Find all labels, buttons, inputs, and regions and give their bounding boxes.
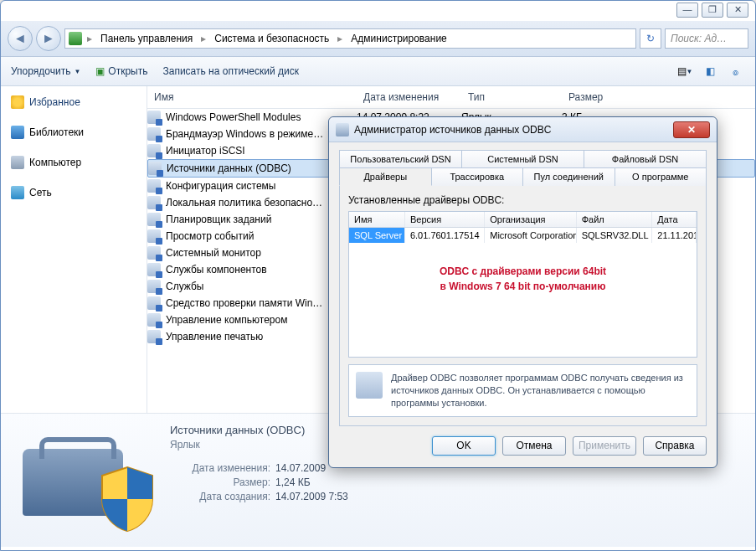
tab-content: Установленные драйверы ODBC: Имя Версия … xyxy=(339,185,707,426)
details-label: Дата создания: xyxy=(170,491,270,502)
shortcut-icon xyxy=(147,263,161,276)
details-label: Размер: xyxy=(170,476,270,488)
navigation-pane: Избранное Библиотеки Компьютер Сеть xyxy=(1,86,147,413)
details-title: Источники данных (ODBC) xyxy=(170,424,348,436)
address-bar: ◄ ► ▸ Панель управления ▸ Система и безо… xyxy=(1,21,755,57)
shortcut-icon xyxy=(147,229,161,243)
maximize-button[interactable]: ❐ xyxy=(702,3,723,18)
shortcut-icon xyxy=(147,111,161,124)
shortcut-icon xyxy=(147,313,161,327)
toolbar: Упорядочить▼ ▣Открыть Записать на оптиче… xyxy=(1,57,755,86)
nav-favorites[interactable]: Избранное xyxy=(4,93,143,111)
chevron-right-icon: ▸ xyxy=(84,33,95,44)
tab-about[interactable]: О программе xyxy=(615,167,707,186)
col-size[interactable]: Размер xyxy=(562,90,629,105)
chevron-right-icon: ▸ xyxy=(334,33,346,44)
shortcut-icon xyxy=(147,280,161,293)
drv-col-file[interactable]: Файл xyxy=(577,212,653,227)
preview-pane-button[interactable]: ◧ xyxy=(700,62,720,80)
file-name: Службы компонентов xyxy=(166,264,267,276)
breadcrumb-item[interactable]: Администрирование xyxy=(347,33,450,44)
file-name: Брандмауэр Windows в режиме… xyxy=(166,128,323,140)
ok-button[interactable]: OK xyxy=(432,436,496,456)
info-icon xyxy=(356,372,383,399)
details-type: Ярлык xyxy=(170,439,348,451)
chevron-down-icon: ▼ xyxy=(74,68,80,75)
drv-col-name[interactable]: Имя xyxy=(349,212,405,227)
view-options-button[interactable]: ▤▼ xyxy=(675,62,695,80)
dialog-titlebar[interactable]: Администратор источников данных ODBC ✕ xyxy=(329,117,717,142)
drv-col-version[interactable]: Версия xyxy=(405,212,485,227)
close-button[interactable]: ✕ xyxy=(727,3,748,18)
tab-user-dsn[interactable]: Пользовательский DSN xyxy=(339,150,462,167)
refresh-button[interactable]: ↻ xyxy=(640,28,661,49)
info-box: Драйвер ODBC позволяет программам ODBC п… xyxy=(348,364,697,417)
search-placeholder: Поиск: Ад… xyxy=(671,33,727,44)
drivers-label: Установленные драйверы ODBC: xyxy=(348,194,697,206)
shortcut-icon xyxy=(148,162,162,175)
file-name: Конфигурация системы xyxy=(166,180,275,192)
organize-menu[interactable]: Упорядочить▼ xyxy=(11,65,80,77)
shortcut-icon xyxy=(147,330,161,343)
tab-drivers[interactable]: Драйверы xyxy=(339,167,432,186)
shortcut-icon xyxy=(147,127,161,141)
nav-libraries[interactable]: Библиотеки xyxy=(4,123,143,142)
shield-icon xyxy=(98,466,157,533)
help-button[interactable]: ๏ xyxy=(725,62,745,80)
annotation-text: ODBC с драйверами версии 64bit в Windows… xyxy=(359,264,687,294)
tab-tracing[interactable]: Трассировка xyxy=(432,167,524,186)
open-button[interactable]: ▣Открыть xyxy=(95,65,147,77)
file-name: Источники данных (ODBC) xyxy=(167,162,291,174)
cancel-button[interactable]: Отмена xyxy=(502,436,566,456)
search-input[interactable]: Поиск: Ад… xyxy=(665,28,748,49)
apply-button[interactable]: Применить xyxy=(573,436,636,456)
shortcut-icon xyxy=(147,196,161,209)
minimize-button[interactable]: — xyxy=(676,3,698,18)
col-type[interactable]: Тип xyxy=(461,90,562,105)
back-button[interactable]: ◄ xyxy=(8,26,33,51)
shortcut-icon xyxy=(147,179,161,193)
column-headers[interactable]: Имя Дата изменения Тип Размер xyxy=(147,86,755,109)
driver-row[interactable]: SQL Server 6.01.7601.17514 Microsoft Cor… xyxy=(349,228,697,243)
details-value: 14.07.2009 7:53 xyxy=(275,491,348,502)
control-panel-icon xyxy=(69,32,82,45)
tab-system-dsn[interactable]: Системный DSN xyxy=(462,150,584,167)
dialog-title: Администратор источников данных ODBC xyxy=(354,124,551,136)
tab-file-dsn[interactable]: Файловый DSN xyxy=(584,150,707,167)
tab-pooling[interactable]: Пул соединений xyxy=(523,167,615,186)
file-name: Просмотр событий xyxy=(166,230,254,242)
breadcrumb-item[interactable]: Система и безопасность xyxy=(211,33,332,44)
drivers-table[interactable]: Имя Версия Организация Файл Дата SQL Ser… xyxy=(348,211,697,358)
file-name: Управление печатью xyxy=(166,331,263,342)
dialog-close-button[interactable]: ✕ xyxy=(673,121,710,138)
col-date[interactable]: Дата изменения xyxy=(357,90,461,105)
forward-button[interactable]: ► xyxy=(36,26,61,51)
file-name: Системный монитор xyxy=(166,247,261,259)
col-name[interactable]: Имя xyxy=(147,90,357,105)
network-icon xyxy=(11,186,24,199)
burn-button[interactable]: Записать на оптический диск xyxy=(162,65,299,77)
tools-icon xyxy=(14,424,157,533)
file-name: Службы xyxy=(166,281,203,292)
drv-col-date[interactable]: Дата xyxy=(652,212,697,227)
help-button[interactable]: Справка xyxy=(643,436,707,456)
shortcut-icon xyxy=(147,213,161,226)
breadcrumb[interactable]: ▸ Панель управления ▸ Система и безопасн… xyxy=(64,28,636,49)
nav-network[interactable]: Сеть xyxy=(4,183,143,202)
odbc-dialog: Администратор источников данных ODBC ✕ П… xyxy=(328,116,717,468)
drv-col-org[interactable]: Организация xyxy=(485,212,576,227)
odbc-icon xyxy=(336,123,349,136)
shortcut-icon xyxy=(147,246,161,260)
nav-computer[interactable]: Компьютер xyxy=(4,153,143,172)
shortcut-icon xyxy=(147,144,161,157)
file-name: Локальная политика безопасно… xyxy=(166,197,322,209)
computer-icon xyxy=(11,156,24,169)
file-name: Windows PowerShell Modules xyxy=(166,111,301,123)
breadcrumb-item[interactable]: Панель управления xyxy=(97,33,196,44)
details-value: 14.07.2009 xyxy=(275,462,326,474)
libraries-icon xyxy=(11,126,24,139)
star-icon xyxy=(11,95,24,109)
file-name: Средство проверки памяти Win… xyxy=(166,297,322,309)
file-name: Инициатор iSCSI xyxy=(166,145,245,157)
file-name: Управление компьютером xyxy=(166,314,287,326)
